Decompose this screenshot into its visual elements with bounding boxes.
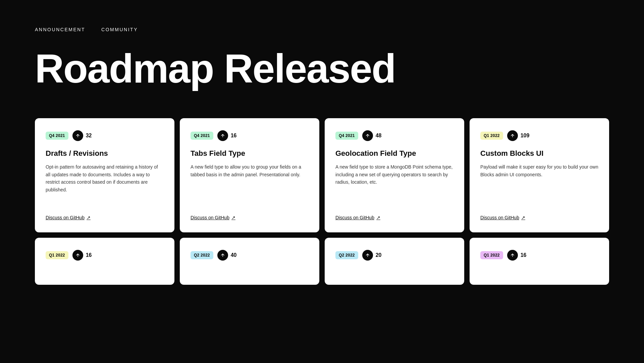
card-meta-4: Q1 2022 109 — [480, 130, 598, 141]
card-geolocation-field-type: Q4 2021 48 Geolocation Field Type A new … — [325, 118, 464, 232]
card-meta-3: Q4 2021 48 — [335, 130, 453, 141]
bottom-card-1: Q1 2022 16 — [35, 238, 174, 285]
discuss-link-2[interactable]: Discuss on GitHub ↗ — [191, 215, 309, 220]
card-tabs-field-type: Q4 2021 16 Tabs Field Type A new field t… — [180, 118, 319, 232]
upvote-button-2[interactable]: 16 — [217, 130, 237, 141]
quarter-badge-1: Q4 2021 — [46, 132, 68, 140]
card-description-1: Opt-in pattern for autosaving and retain… — [46, 163, 164, 208]
upvote-circle-2 — [217, 130, 228, 141]
bottom-card-meta-3: Q2 2022 20 — [335, 250, 453, 261]
bottom-card-3: Q2 2022 20 — [325, 238, 464, 285]
card-title-3: Geolocation Field Type — [335, 149, 453, 158]
external-link-icon-1: ↗ — [87, 215, 91, 220]
upvote-circle-4 — [507, 130, 518, 141]
discuss-link-1[interactable]: Discuss on GitHub ↗ — [46, 215, 164, 220]
nav-community[interactable]: COMMUNITY — [101, 27, 138, 32]
card-title-2: Tabs Field Type — [191, 149, 309, 158]
bottom-card-meta-4: Q1 2022 16 — [480, 250, 598, 261]
cards-section: Q4 2021 32 Drafts / Revisions Opt-in pat… — [0, 102, 644, 285]
page-title: Roadmap Released — [35, 48, 609, 89]
bottom-quarter-badge-1: Q1 2022 — [46, 251, 68, 259]
card-description-4: Payload will make it super easy for you … — [480, 163, 598, 208]
bottom-upvote-count-4: 16 — [521, 252, 527, 258]
cards-grid: Q4 2021 32 Drafts / Revisions Opt-in pat… — [35, 118, 609, 232]
upvote-count-1: 32 — [86, 133, 92, 139]
bottom-upvote-circle-3 — [362, 250, 373, 261]
card-description-3: A new field type to store a MongoDB Poin… — [335, 163, 453, 208]
discuss-link-4[interactable]: Discuss on GitHub ↗ — [480, 215, 598, 220]
quarter-badge-2: Q4 2021 — [191, 132, 213, 140]
bottom-upvote-circle-2 — [217, 250, 228, 261]
bottom-quarter-badge-4: Q1 2022 — [480, 251, 503, 259]
card-title-4: Custom Blocks UI — [480, 149, 598, 158]
external-link-icon-4: ↗ — [521, 215, 525, 220]
page-header: ANNOUNCEMENT COMMUNITY Roadmap Released — [0, 0, 644, 102]
nav-announcement[interactable]: ANNOUNCEMENT — [35, 27, 85, 32]
upvote-count-4: 109 — [521, 133, 530, 139]
card-meta-2: Q4 2021 16 — [191, 130, 309, 141]
bottom-card-2: Q2 2022 40 — [180, 238, 319, 285]
nav-tags: ANNOUNCEMENT COMMUNITY — [35, 27, 609, 32]
quarter-badge-3: Q4 2021 — [335, 132, 358, 140]
upvote-circle-3 — [362, 130, 373, 141]
quarter-badge-4: Q1 2022 — [480, 132, 503, 140]
bottom-upvote-circle-4 — [507, 250, 518, 261]
bottom-cards-grid: Q1 2022 16 Q2 2022 — [35, 238, 609, 285]
bottom-upvote-count-1: 16 — [86, 252, 92, 258]
bottom-upvote-button-2[interactable]: 40 — [217, 250, 237, 261]
upvote-button-3[interactable]: 48 — [362, 130, 382, 141]
card-title-1: Drafts / Revisions — [46, 149, 164, 158]
bottom-card-4: Q1 2022 16 — [470, 238, 609, 285]
discuss-link-3[interactable]: Discuss on GitHub ↗ — [335, 215, 453, 220]
bottom-upvote-circle-1 — [72, 250, 83, 261]
card-meta-1: Q4 2021 32 — [46, 130, 164, 141]
bottom-quarter-badge-3: Q2 2022 — [335, 251, 358, 259]
card-custom-blocks-ui: Q1 2022 109 Custom Blocks UI Payload wil… — [470, 118, 609, 232]
card-description-2: A new field type to allow you to group y… — [191, 163, 309, 208]
external-link-icon-2: ↗ — [231, 215, 235, 220]
upvote-button-1[interactable]: 32 — [72, 130, 92, 141]
bottom-upvote-button-3[interactable]: 20 — [362, 250, 382, 261]
upvote-count-2: 16 — [231, 133, 237, 139]
bottom-card-meta-1: Q1 2022 16 — [46, 250, 164, 261]
bottom-upvote-count-3: 20 — [376, 252, 382, 258]
upvote-button-4[interactable]: 109 — [507, 130, 530, 141]
upvote-count-3: 48 — [376, 133, 382, 139]
external-link-icon-3: ↗ — [376, 215, 380, 220]
bottom-upvote-button-4[interactable]: 16 — [507, 250, 527, 261]
bottom-card-meta-2: Q2 2022 40 — [191, 250, 309, 261]
upvote-circle-1 — [72, 130, 83, 141]
card-drafts-revisions: Q4 2021 32 Drafts / Revisions Opt-in pat… — [35, 118, 174, 232]
bottom-upvote-button-1[interactable]: 16 — [72, 250, 92, 261]
bottom-quarter-badge-2: Q2 2022 — [191, 251, 213, 259]
bottom-upvote-count-2: 40 — [231, 252, 237, 258]
